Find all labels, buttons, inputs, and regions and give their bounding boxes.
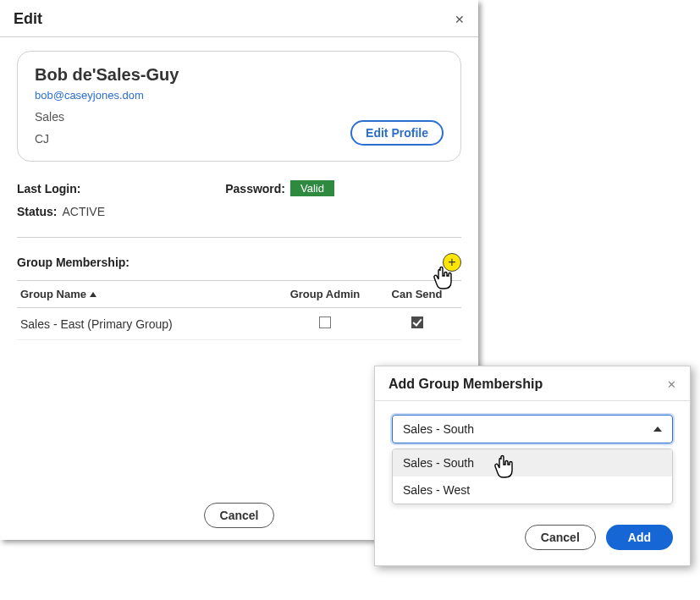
- dialog-title: Add Group Membership: [389, 377, 543, 392]
- edit-title: Edit: [14, 10, 42, 28]
- info-section: Last Login: Password: Valid Status: ACTI…: [17, 180, 461, 218]
- group-membership-label: Group Membership:: [17, 256, 130, 269]
- info-row-status: Status: ACTIVE: [17, 205, 461, 218]
- col-name-label: Group Name: [20, 288, 86, 300]
- edit-profile-button[interactable]: Edit Profile: [350, 120, 444, 146]
- cancel-button[interactable]: Cancel: [204, 503, 275, 528]
- col-header-admin[interactable]: Group Admin: [274, 288, 376, 300]
- group-select[interactable]: Sales - South: [392, 415, 673, 443]
- last-login-label: Last Login:: [17, 182, 80, 195]
- group-select-dropdown: Sales - South Sales - West: [392, 449, 673, 504]
- add-group-dialog: Add Group Membership ✕ Sales - South Sal…: [374, 366, 691, 566]
- password-status-badge: Valid: [290, 180, 334, 196]
- group-admin-checkbox[interactable]: [319, 317, 331, 328]
- group-table: Group Name Group Admin Can Send Sales - …: [17, 280, 461, 340]
- row-admin-cell: [274, 317, 376, 331]
- password-label: Password:: [225, 182, 285, 195]
- dialog-body: Sales - South Sales - South Sales - West: [375, 401, 690, 509]
- password-block: Password: Valid: [225, 180, 334, 196]
- edit-header: Edit ✕: [0, 0, 478, 37]
- dialog-add-button[interactable]: Add: [606, 525, 673, 550]
- divider: [17, 237, 461, 238]
- status-value: ACTIVE: [62, 205, 105, 218]
- table-header: Group Name Group Admin Can Send: [17, 280, 461, 308]
- profile-email-link[interactable]: bob@caseyjones.dom: [35, 89, 144, 102]
- row-group-name: Sales - East (Primary Group): [20, 317, 274, 331]
- dropdown-option[interactable]: Sales - West: [393, 476, 672, 504]
- can-send-checkbox[interactable]: [411, 317, 423, 328]
- plus-icon: +: [448, 256, 455, 269]
- group-select-value: Sales - South: [403, 422, 474, 436]
- close-icon[interactable]: ✕: [455, 14, 465, 25]
- chevron-up-icon: [653, 427, 662, 432]
- profile-card: Bob de'Sales-Guy bob@caseyjones.dom Sale…: [17, 51, 461, 162]
- row-send-cell: [376, 317, 458, 331]
- status-label: Status:: [17, 205, 57, 218]
- dialog-close-icon[interactable]: ✕: [667, 379, 676, 390]
- group-membership-header: Group Membership: +: [17, 253, 461, 272]
- dialog-cancel-button[interactable]: Cancel: [525, 525, 596, 550]
- col-header-send[interactable]: Can Send: [376, 288, 458, 300]
- table-row: Sales - East (Primary Group): [17, 308, 461, 340]
- info-row-login-password: Last Login: Password: Valid: [17, 180, 461, 196]
- dropdown-option[interactable]: Sales - South: [393, 449, 672, 476]
- dialog-footer: Cancel Add: [375, 509, 690, 565]
- sort-asc-icon: [90, 292, 96, 297]
- col-header-name[interactable]: Group Name: [20, 288, 274, 300]
- edit-body: Bob de'Sales-Guy bob@caseyjones.dom Sale…: [0, 37, 478, 354]
- profile-name: Bob de'Sales-Guy: [35, 65, 444, 85]
- dialog-header: Add Group Membership ✕: [375, 366, 690, 401]
- add-group-button[interactable]: +: [443, 253, 461, 272]
